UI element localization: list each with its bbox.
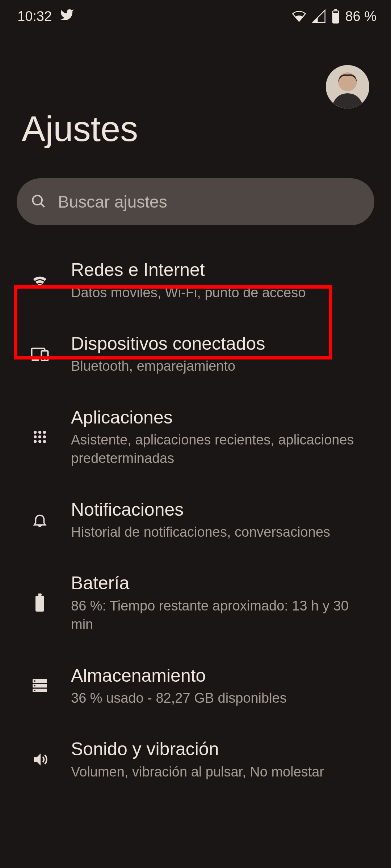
item-subtitle: Volumen, vibración al pulsar, No molesta…	[71, 763, 374, 781]
settings-item-notifications[interactable]: Notificaciones Historial de notificacion…	[0, 483, 391, 557]
devices-icon	[29, 344, 51, 364]
settings-item-apps[interactable]: Aplicaciones Asistente, aplicaciones rec…	[0, 391, 391, 483]
settings-item-connected-devices[interactable]: Dispositivos conectados Bluetooth, empar…	[0, 317, 391, 391]
svg-point-14	[34, 435, 37, 438]
sound-icon	[29, 750, 51, 769]
wifi-status-icon	[291, 9, 307, 24]
item-subtitle: Historial de notificaciones, conversacio…	[71, 523, 374, 541]
item-title: Aplicaciones	[71, 406, 374, 431]
svg-point-27	[34, 690, 35, 691]
svg-line-6	[41, 203, 44, 207]
svg-point-18	[38, 440, 41, 443]
svg-point-13	[43, 431, 46, 434]
item-title: Dispositivos conectados	[71, 332, 374, 357]
svg-point-19	[43, 440, 46, 443]
svg-point-16	[43, 435, 46, 438]
apps-icon	[29, 429, 51, 445]
item-title: Batería	[71, 572, 374, 597]
twitter-icon	[60, 8, 74, 25]
svg-point-5	[33, 195, 42, 205]
svg-point-12	[38, 431, 41, 434]
svg-point-15	[38, 435, 41, 438]
item-subtitle: Asistente, aplicaciones recientes, aplic…	[71, 431, 374, 468]
settings-item-network[interactable]: Redes e Internet Datos móviles, Wi-Fi, p…	[0, 243, 391, 317]
svg-rect-2	[333, 11, 338, 13]
svg-point-9	[44, 358, 46, 359]
search-placeholder: Buscar ajustes	[58, 192, 167, 212]
search-bar[interactable]: Buscar ajustes	[17, 178, 374, 225]
svg-point-26	[34, 685, 35, 686]
svg-rect-20	[38, 593, 42, 596]
wifi-icon	[29, 271, 51, 290]
svg-rect-21	[35, 596, 44, 612]
battery-status-icon	[331, 9, 340, 24]
item-subtitle: Datos móviles, Wi-Fi, punto de acceso	[71, 284, 374, 302]
svg-rect-0	[335, 9, 337, 10]
status-bar: 10:32 86 %	[0, 0, 391, 33]
cellular-status-icon	[312, 9, 326, 24]
settings-item-battery[interactable]: Batería 86 %: Tiempo restante aproximado…	[0, 557, 391, 649]
bell-icon	[29, 512, 51, 528]
svg-point-25	[34, 680, 35, 682]
search-icon	[30, 193, 46, 210]
item-title: Almacenamiento	[71, 664, 374, 689]
settings-item-sound[interactable]: Sonido y vibración Volumen, vibración al…	[0, 723, 391, 796]
header: Ajustes	[0, 33, 391, 178]
svg-point-17	[34, 440, 37, 443]
svg-point-11	[34, 431, 37, 434]
item-title: Redes e Internet	[71, 259, 374, 284]
item-title: Sonido y vibración	[71, 738, 374, 763]
page-title: Ajustes	[22, 98, 369, 178]
storage-icon	[29, 677, 51, 694]
status-time: 10:32	[17, 9, 52, 24]
battery-icon	[29, 593, 51, 612]
settings-item-storage[interactable]: Almacenamiento 36 % usado - 82,27 GB dis…	[0, 649, 391, 723]
item-subtitle: 86 %: Tiempo restante aproximado: 13 h y…	[71, 597, 374, 634]
item-title: Notificaciones	[71, 498, 374, 523]
item-subtitle: 36 % usado - 82,27 GB disponibles	[71, 689, 374, 707]
battery-percent: 86 %	[345, 9, 377, 24]
settings-list: Redes e Internet Datos móviles, Wi-Fi, p…	[0, 225, 391, 796]
profile-avatar[interactable]	[326, 65, 369, 109]
item-subtitle: Bluetooth, emparejamiento	[71, 357, 374, 375]
